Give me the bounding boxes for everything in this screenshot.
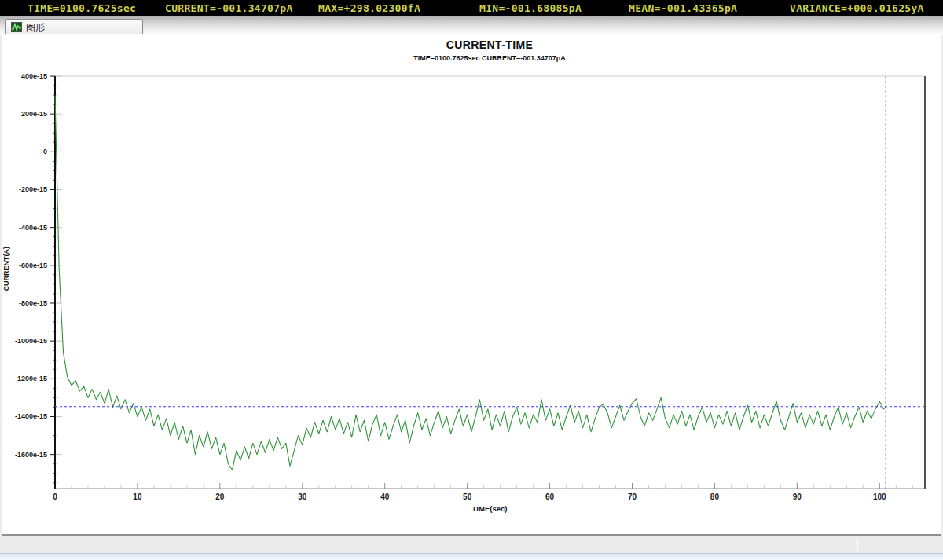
x-tick-label: 80 [710,492,720,501]
current-trace [55,96,886,470]
y-tick-label: -1200e-15 [15,375,47,382]
plot-area[interactable]: 400e-15200e-150-200e-15-400e-15-600e-15-… [2,35,941,534]
y-tick-label: 0 [43,148,47,156]
x-tick-label: 70 [628,492,637,501]
status-mean: MEAN=-001.43365pA [629,2,737,14]
y-tick-label: -200e-15 [19,185,47,193]
bottom-taskbar-strip [0,553,943,560]
x-tick-label: 30 [298,492,307,501]
y-tick-label: 200e-15 [21,110,47,118]
x-tick-label: 90 [793,492,802,501]
bottom-status-strip [0,536,943,553]
y-tick-label: -1000e-15 [15,337,47,345]
x-tick-label: 20 [215,492,225,501]
x-tick-label: 100 [873,492,886,501]
app-window: TIME=0100.7625sec CURRENT=-001.34707pA M… [0,0,943,560]
waveform-icon [11,22,22,32]
status-time: TIME=0100.7625sec [28,2,136,14]
tab-graph[interactable]: 图形 [5,19,143,34]
x-tick-label: 60 [545,492,555,501]
tab-strip: 图形 [0,16,943,35]
x-tick-label: 50 [463,492,472,501]
tab-graph-label: 图形 [26,20,45,34]
status-strip-divider [857,539,858,551]
status-min: MIN=-001.68085pA [479,2,582,14]
status-variance: VARIANCE=+000.01625yA [790,2,924,14]
y-tick-label: -400e-15 [19,224,47,232]
y-tick-label: -600e-15 [19,262,47,269]
y-tick-label: -800e-15 [19,299,47,307]
y-tick-label: -1600e-15 [15,451,47,459]
x-tick-label: 0 [53,492,57,501]
chart-panel: CURRENT-TIME TIME=0100.7625sec CURRENT=-… [2,35,941,536]
x-tick-label: 40 [380,492,390,501]
y-tick-label: -1400e-15 [15,412,47,420]
status-current: CURRENT=-001.34707pA [165,2,293,14]
status-bar: TIME=0100.7625sec CURRENT=-001.34707pA M… [0,0,943,16]
x-tick-label: 10 [133,492,142,501]
y-tick-label: 400e-15 [21,72,47,80]
status-max: MAX=+298.02300fA [318,2,420,14]
